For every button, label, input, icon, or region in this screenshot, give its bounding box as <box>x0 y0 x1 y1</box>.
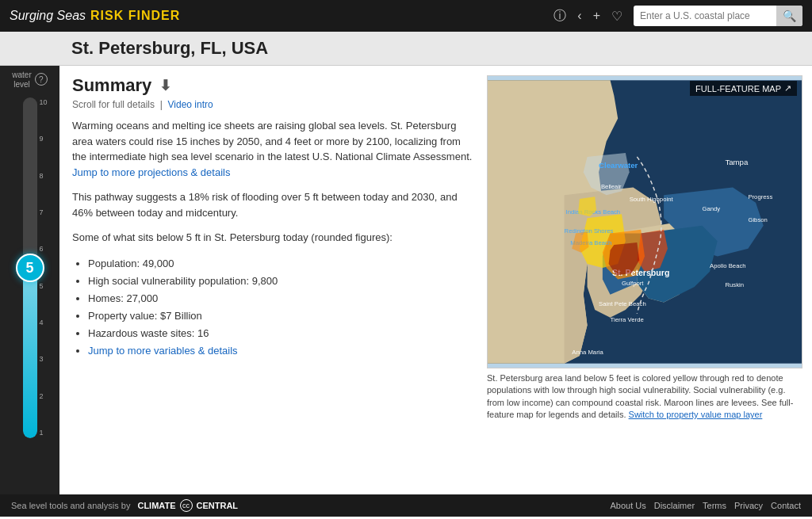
cc-logo-icon: cc <box>180 499 193 512</box>
switch-map-layer-link[interactable]: Switch to property value map layer <box>629 410 763 419</box>
logo-surging: Surging Seas <box>10 9 86 23</box>
more-variables-link[interactable]: Jump to more variables & details <box>88 345 238 357</box>
svg-text:Apollo Beach: Apollo Beach <box>710 262 746 269</box>
projections-link-1[interactable]: Jump to more projections & details <box>72 166 230 178</box>
external-link-icon: ↗ <box>784 83 791 93</box>
paragraph-1: Warming oceans and melting ice sheets ar… <box>72 118 474 180</box>
terms-link[interactable]: Terms <box>703 501 726 510</box>
list-item: Property value: $7 Billion <box>88 307 474 325</box>
list-item: Hazardous waste sites: 16 <box>88 325 474 342</box>
paragraph-2: This pathway suggests a 18% risk of floo… <box>72 189 474 220</box>
list-item: Homes: 27,000 <box>88 290 474 307</box>
svg-text:Tampa: Tampa <box>725 158 749 166</box>
svg-text:Gibson: Gibson <box>748 216 767 223</box>
tick-2: 2 <box>39 393 47 400</box>
svg-text:Belleair: Belleair <box>601 183 622 190</box>
back-icon[interactable]: ‹ <box>577 9 581 23</box>
tick-1: 1 <box>39 429 47 437</box>
search-input[interactable] <box>634 10 776 21</box>
logo-risk: RISK FINDER <box>90 9 180 23</box>
header: Surging Seas RISK FINDER ⓘ ‹ + ♡ 🔍 <box>0 0 812 32</box>
full-feature-map-button[interactable]: FULL-FEATURE MAP ↗ <box>690 81 797 96</box>
gauge-container: 10 9 8 7 6 5 4 3 2 1 5 <box>10 97 51 494</box>
bullet-list: Population: 49,000 High social vulnerabi… <box>72 255 474 361</box>
main-layout: waterlevel ? 10 9 8 7 6 5 4 3 <box>0 66 812 494</box>
water-level-label: waterlevel <box>12 71 31 90</box>
tick-3: 3 <box>39 356 47 363</box>
list-item: Population: 49,000 <box>88 255 474 273</box>
summary-heading: Summary ⬇ <box>72 75 474 96</box>
privacy-link[interactable]: Privacy <box>734 501 763 510</box>
help-icon[interactable]: ? <box>35 73 48 86</box>
about-us-link[interactable]: About Us <box>610 501 645 510</box>
list-item: High social vulnerability population: 9,… <box>88 273 474 290</box>
svg-text:Ruskin: Ruskin <box>725 281 744 288</box>
map-panel: FULL-FEATURE MAP ↗ <box>487 66 812 494</box>
tick-5: 5 <box>39 283 47 290</box>
svg-text:South Highpoint: South Highpoint <box>630 196 674 203</box>
svg-text:Tierra Verde: Tierra Verde <box>611 316 644 323</box>
tick-10: 10 <box>39 99 47 106</box>
gauge-value-marker[interactable]: 5 <box>16 254 44 282</box>
video-intro-link[interactable]: Video intro <box>168 99 213 110</box>
svg-text:Anna Maria: Anna Maria <box>572 349 603 356</box>
svg-text:Gandy: Gandy <box>702 205 720 212</box>
map-container: FULL-FEATURE MAP ↗ <box>487 75 802 368</box>
tick-4: 4 <box>39 319 47 326</box>
download-icon[interactable]: ⬇ <box>159 77 171 94</box>
svg-text:Progress: Progress <box>748 193 772 200</box>
footer: Sea level tools and analysis by CLIMATE … <box>0 494 812 517</box>
sidebar: waterlevel ? 10 9 8 7 6 5 4 3 <box>0 66 59 494</box>
footer-text: Sea level tools and analysis by <box>11 501 130 510</box>
city-title: St. Petersburg, FL, USA <box>71 38 802 59</box>
heart-icon[interactable]: ♡ <box>611 9 622 24</box>
tick-8: 8 <box>39 173 47 180</box>
climate-brand: CLIMATE <box>137 501 175 510</box>
content-panel: Summary ⬇ Scroll for full details | Vide… <box>59 66 487 494</box>
svg-text:Clearwater: Clearwater <box>599 161 638 170</box>
search-button[interactable]: 🔍 <box>776 6 802 26</box>
paragraph-3: Some of what sits below 5 ft in St. Pete… <box>72 230 474 246</box>
search-bar: 🔍 <box>634 6 802 26</box>
add-icon[interactable]: + <box>593 9 600 23</box>
disclaimer-link[interactable]: Disclaimer <box>654 501 695 510</box>
footer-right: About Us Disclaimer Terms Privacy Contac… <box>610 501 801 510</box>
list-item: Jump to more variables & details <box>88 342 474 360</box>
header-controls: ⓘ ‹ + ♡ 🔍 <box>553 6 802 26</box>
logo: Surging Seas RISK FINDER <box>10 9 180 23</box>
map-svg: St. Petersburg Clearwater Tampa Indian R… <box>488 76 802 368</box>
map-caption: St. Petersburg area land below 5 feet is… <box>487 372 802 422</box>
central-brand: CENTRAL <box>197 501 239 510</box>
scroll-note: Scroll for full details | Video intro <box>72 99 474 110</box>
info-icon[interactable]: ⓘ <box>553 8 566 25</box>
contact-link[interactable]: Contact <box>771 501 801 510</box>
city-bar: St. Petersburg, FL, USA <box>0 32 812 66</box>
svg-text:Saint Pete Beach: Saint Pete Beach <box>599 300 646 307</box>
footer-left: Sea level tools and analysis by CLIMATE … <box>11 499 238 512</box>
tick-9: 9 <box>39 135 47 143</box>
svg-text:Gulfport: Gulfport <box>622 280 644 287</box>
svg-text:Redington Shores: Redington Shores <box>565 227 614 235</box>
tick-7: 7 <box>39 209 47 216</box>
tick-6: 6 <box>39 246 47 253</box>
